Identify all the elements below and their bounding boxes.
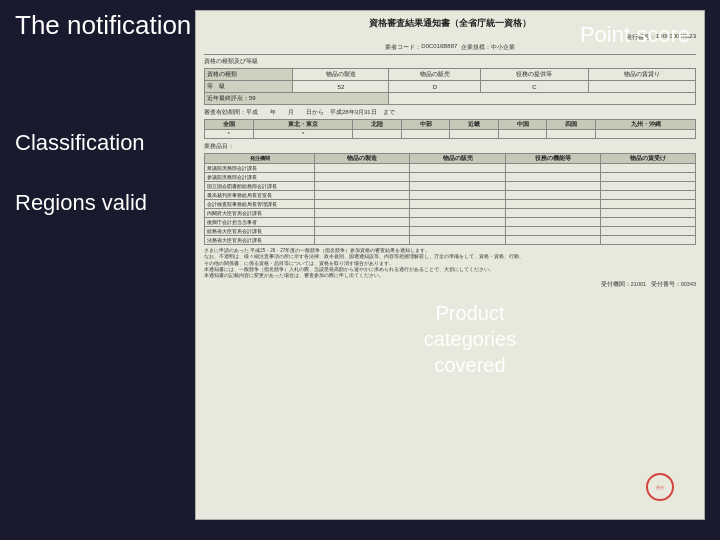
org-left-1: 衆議院庶務部会計課長 [205,164,315,173]
grade-service: C [481,81,588,93]
col-org-left: 発注機関 [205,154,315,164]
company-type-value: 中小企業 [491,43,515,52]
mark-chugoku [498,130,547,139]
data-l4-4 [600,191,695,200]
main-org-table: 発注機関 物品の製造 物品の販売 役務の機能等 物品の賃受け 衆議院庶務部会計課… [204,153,696,245]
col-rental: 物品の賃貸り [588,69,695,81]
grade-rental [588,81,695,93]
col-manufacture: 物品の製造 [293,69,389,81]
org-row-1: 衆議院庶務部会計課長 [205,164,696,173]
document-area: 資格審査結果通知書（全省庁統一資格） 発行番号： 190900000023 業者… [195,10,705,520]
col-service-left: 役務の機能等 [505,154,600,164]
code-label: 業者コード： [385,43,421,52]
period-row: 審査有効期間：平成 年 月 日から 平成28年3月31日 まで [204,108,696,117]
stamp-seal: 受付 [646,473,674,501]
data-l1-1 [315,164,410,173]
data-l9-4 [600,236,695,245]
data-l6-4 [600,209,695,218]
receipt-right: 受付番号：00343 [651,281,696,288]
grade-table: 資格の種類 物品の製造 物品の販売 役務の提供等 物品の賃貸り 等 級 52 D… [204,68,696,105]
org-left-2: 参議院庶務部会計課長 [205,173,315,182]
mark-tohoku: * [253,130,353,139]
product-section-label: 業務品目： [204,142,696,151]
data-l9-2 [410,236,505,245]
org-row-6: 内閣府大臣官房会計課長 [205,209,696,218]
org-left-3: 国立国会図書館総務部会計課長 [205,182,315,191]
data-l2-1 [315,173,410,182]
data-l4-1 [315,191,410,200]
latest-score-row: 近年最終評点：59 [205,93,389,105]
data-l9-1 [315,236,410,245]
org-row-2: 参議院庶務部会計課長 [205,173,696,182]
data-l4-3 [505,191,600,200]
grade-sale: D [389,81,481,93]
org-left-5: 会計検査院事務総局長管理課長 [205,200,315,209]
mark-shikoku [547,130,596,139]
grade-section-label: 資格の種類及び等級 [204,57,696,66]
slide-container: The notification Point score Classificat… [0,0,720,540]
grade-row-label: 等 級 [205,81,293,93]
data-l5-4 [600,200,695,209]
mark-all: * [205,130,254,139]
data-l3-3 [505,182,600,191]
data-l1-4 [600,164,695,173]
org-row-5: 会計検査院事務総局長管理課長 [205,200,696,209]
receipt-left: 受付機関：21001 [601,281,646,288]
classification-label: Classification [15,130,145,156]
mark-chubu [401,130,450,139]
region-chubu: 中部 [401,120,450,130]
region-chugoku: 中国 [498,120,547,130]
regions-valid-label: Regions valid [15,190,147,216]
data-l2-4 [600,173,695,182]
data-l3-1 [315,182,410,191]
product-categories-label: Product categories covered [390,300,550,378]
receipt-row: 受付機関：21001 受付番号：00343 [204,281,696,288]
data-l4-2 [410,191,505,200]
col-service: 役務の提供等 [481,69,588,81]
document-inner: 資格審査結果通知書（全省庁統一資格） 発行番号： 190900000023 業者… [196,11,704,519]
data-l7-2 [410,218,505,227]
data-l9-3 [505,236,600,245]
data-l7-3 [505,218,600,227]
data-l7-4 [600,218,695,227]
org-row-9: 法務省大臣官房会計課長 [205,236,696,245]
company-type-label: 企業規模： [461,43,491,52]
col-rental-left: 物品の賃受け [600,154,695,164]
grade-manufacture: 52 [293,81,389,93]
stamp-text: 受付 [656,485,664,490]
org-left-4: 最高裁判所事務総局長官室長 [205,191,315,200]
org-row-4: 最高裁判所事務総局長官室長 [205,191,696,200]
data-l8-1 [315,227,410,236]
data-l8-4 [600,227,695,236]
data-l3-2 [410,182,505,191]
region-hokuriku: 北陸 [353,120,402,130]
point-score-label: Point score [580,22,690,48]
mark-kinki [450,130,499,139]
data-l8-2 [410,227,505,236]
data-l1-3 [505,164,600,173]
data-l3-4 [600,182,695,191]
region-tohoku: 東北・東京 [253,120,353,130]
org-left-6: 内閣府大臣官房会計課長 [205,209,315,218]
divider-1 [204,54,696,55]
score-empty [389,93,696,105]
code-value: D0C016B887 [421,43,457,52]
mark-kyushu [596,130,696,139]
data-l5-2 [410,200,505,209]
regions-table: 全国 東北・東京 北陸 中部 近畿 中国 四国 九州・沖縄 * * [204,119,696,139]
data-l1-2 [410,164,505,173]
col-sale: 物品の販売 [389,69,481,81]
region-kinki: 近畿 [450,120,499,130]
bottom-note: さきに申請のあった 平成25・26・27年度の一般競争（指名競争）参加資格の審査… [204,248,696,279]
org-row-8: 総務省大臣官房会計課長 [205,227,696,236]
data-l7-1 [315,218,410,227]
data-l8-3 [505,227,600,236]
mark-hokuriku [353,130,402,139]
data-l6-1 [315,209,410,218]
data-l2-2 [410,173,505,182]
data-l2-3 [505,173,600,182]
org-row-7: 復興庁会計担当当事者 [205,218,696,227]
slide-title: The notification [15,10,191,41]
org-left-9: 法務省大臣官房会計課長 [205,236,315,245]
grade-col-label: 資格の種類 [205,69,293,81]
